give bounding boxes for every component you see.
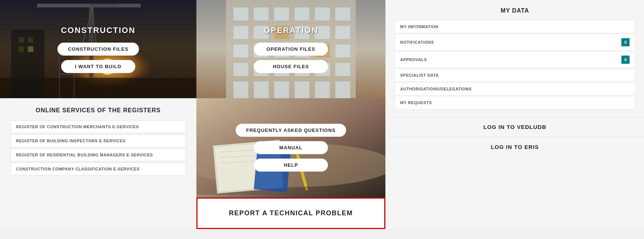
notifications-badge: 0 xyxy=(621,38,630,46)
service-item-2[interactable]: REGISTER OF BUILDING INSPECTORS E-SERVIC… xyxy=(10,135,186,147)
house-files-button[interactable]: HOUSE FILES xyxy=(254,60,328,73)
approvals-label: APPROVALS xyxy=(400,57,427,62)
authorisations-label: AUTHORISATIONS/DELEGATIONS xyxy=(400,87,472,91)
specialist-data-item[interactable]: SPECIALIST DATA xyxy=(395,69,635,82)
construction-content: CONSTRUCTION CONSTRUCTION FILES I WANT T… xyxy=(0,0,196,98)
i-want-to-build-button[interactable]: I WANT TO BUILD xyxy=(61,60,135,73)
construction-panel: CONSTRUCTION CONSTRUCTION FILES I WANT T… xyxy=(0,0,196,98)
my-requests-label: MY REQUESTS xyxy=(400,100,432,105)
right-column: MY DATA MY INFORMATION NOTIFICATIONS 0 A… xyxy=(385,0,644,229)
manual-button[interactable]: MANUAL xyxy=(254,141,328,154)
help-content: FREQUENTLY ASKED QUESTIONS MANUAL HELP xyxy=(196,98,385,197)
approvals-item[interactable]: APPROVALS 0 xyxy=(395,51,635,68)
middle-column: OPERATION OPERATION FILES HOUSE FILES xyxy=(196,0,385,229)
service-item-1[interactable]: REGISTER OF CONSTRUCTION MERCHANTS E-SER… xyxy=(10,120,186,133)
help-panel: FREQUENTLY ASKED QUESTIONS MANUAL HELP xyxy=(196,98,385,197)
report-problem-label: REPORT A TECHNICAL PROBLEM xyxy=(229,209,353,217)
service-item-4[interactable]: CONSTRUCTION COMPANY CLASSIFICATION E-SE… xyxy=(10,163,186,175)
left-column: CONSTRUCTION CONSTRUCTION FILES I WANT T… xyxy=(0,0,196,229)
construction-title: CONSTRUCTION xyxy=(61,26,135,35)
operation-panel: OPERATION OPERATION FILES HOUSE FILES xyxy=(196,0,385,98)
main-grid: CONSTRUCTION CONSTRUCTION FILES I WANT T… xyxy=(0,0,644,239)
eris-link[interactable]: LOG IN TO ERIS xyxy=(395,144,635,150)
faq-button[interactable]: FREQUENTLY ASKED QUESTIONS xyxy=(236,124,346,137)
my-data-title: MY DATA xyxy=(395,7,635,14)
service-list: REGISTER OF CONSTRUCTION MERCHANTS E-SER… xyxy=(10,120,186,175)
my-requests-item[interactable]: MY REQUESTS xyxy=(395,96,635,109)
authorisations-item[interactable]: AUTHORISATIONS/DELEGATIONS xyxy=(395,82,635,96)
operation-content: OPERATION OPERATION FILES HOUSE FILES xyxy=(196,0,385,98)
service-item-3[interactable]: REGISTER OF RESIDENTIAL BUILDING MANAGER… xyxy=(10,149,186,161)
online-services-title: ONLINE SERVICES OF THE REGISTERS xyxy=(10,107,186,114)
data-menu: MY INFORMATION NOTIFICATIONS 0 APPROVALS… xyxy=(395,20,635,109)
my-data-section: MY DATA MY INFORMATION NOTIFICATIONS 0 A… xyxy=(386,0,644,117)
vedludb-link[interactable]: LOG IN TO VEDLUDB xyxy=(395,124,635,130)
specialist-data-label: SPECIALIST DATA xyxy=(400,73,439,77)
notifications-item[interactable]: NOTIFICATIONS 0 xyxy=(395,34,635,51)
operation-title: OPERATION xyxy=(263,26,318,35)
my-information-label: MY INFORMATION xyxy=(400,24,438,29)
vedludb-section: LOG IN TO VEDLUDB xyxy=(386,117,644,137)
my-information-item[interactable]: MY INFORMATION xyxy=(395,20,635,33)
report-problem-section[interactable]: REPORT A TECHNICAL PROBLEM xyxy=(196,197,385,229)
approvals-badge: 0 xyxy=(621,56,630,64)
operation-files-button[interactable]: OPERATION FILES xyxy=(254,43,328,56)
eris-section: LOG IN TO ERIS xyxy=(386,137,644,157)
online-services-section: ONLINE SERVICES OF THE REGISTERS REGISTE… xyxy=(0,98,196,229)
notifications-label: NOTIFICATIONS xyxy=(400,40,434,44)
help-button[interactable]: HELP xyxy=(254,159,328,172)
construction-files-button[interactable]: CONSTRUCTION FILES xyxy=(57,43,139,56)
